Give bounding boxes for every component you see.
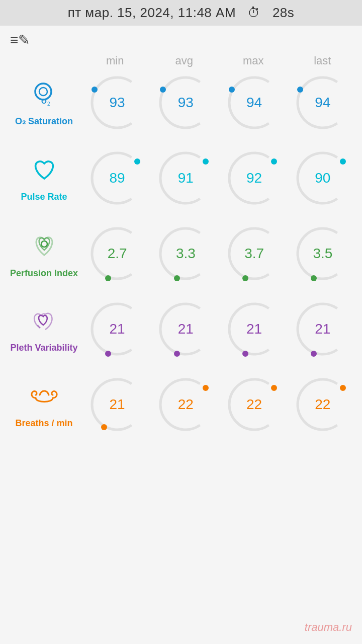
- perfusion-name: Perfusion Index: [10, 268, 78, 279]
- gauges-perfusion: 2.7 3.3 3.7 3.5: [83, 223, 357, 284]
- gauge-dot-o2-max: [229, 87, 235, 93]
- gauge-breaths-last: 22: [293, 374, 353, 435]
- gauge-value-o2-min: 93: [110, 95, 125, 111]
- metric-row-pleth: Pleth Variability 21 21 21 21: [5, 294, 357, 364]
- gauge-dot-breaths-last: [340, 385, 346, 391]
- gauge-perfusion-last: 3.5: [293, 223, 353, 284]
- gauge-dot-pleth-avg: [174, 351, 180, 357]
- column-headers: min avg max last: [80, 54, 362, 67]
- gauge-dot-breaths-avg: [203, 385, 209, 391]
- gauge-breaths-max: 22: [224, 374, 285, 435]
- metric-label-perfusion: Perfusion Index: [5, 229, 83, 279]
- metric-row-perfusion: Perfusion Index 2.7 3.3 3.7 3.5: [5, 218, 357, 289]
- metric-label-breaths: Breaths / min: [5, 381, 83, 429]
- gauge-value-pleth-min: 21: [110, 321, 125, 337]
- col-min: min: [80, 54, 150, 67]
- gauge-o2-max: 94: [224, 72, 285, 133]
- svg-point-1: [39, 88, 47, 96]
- metric-label-o2: O 2 O₂ Saturation: [5, 78, 83, 127]
- gauge-pleth-avg: 21: [155, 299, 216, 359]
- gauge-pleth-last: 21: [293, 299, 353, 359]
- pulse-icon: [29, 154, 59, 189]
- gauge-value-breaths-min: 21: [110, 396, 125, 413]
- status-date-time: пт мар. 15, 2024, 11:48 AM: [68, 5, 236, 20]
- col-max: max: [219, 54, 288, 67]
- svg-text:O: O: [41, 97, 47, 105]
- gauge-dot-pulse-max: [271, 158, 277, 165]
- gauge-dot-o2-min: [92, 87, 98, 93]
- gauge-dot-breaths-max: [271, 385, 277, 391]
- gauges-pulse: 89 91 92 90: [83, 148, 357, 208]
- gauge-pulse-last: 90: [293, 148, 353, 208]
- status-bar: пт мар. 15, 2024, 11:48 AM ⏱ 28s: [0, 0, 362, 26]
- gauge-dot-o2-last: [297, 87, 303, 93]
- col-last: last: [288, 54, 357, 67]
- gauge-value-breaths-max: 22: [246, 396, 262, 413]
- gauge-o2-avg: 93: [155, 72, 216, 133]
- gauge-value-perfusion-max: 3.7: [244, 246, 264, 262]
- gauge-dot-perfusion-avg: [174, 275, 180, 281]
- gauge-breaths-avg: 22: [155, 374, 216, 435]
- gauge-pulse-min: 89: [87, 148, 147, 208]
- gauge-o2-min: 93: [87, 72, 147, 133]
- gauge-perfusion-avg: 3.3: [155, 223, 216, 284]
- col-avg: avg: [150, 54, 219, 67]
- gauge-perfusion-max: 3.7: [224, 223, 285, 284]
- gauge-pulse-max: 92: [224, 148, 285, 208]
- metrics-container: O 2 O₂ Saturation 93 93 94: [0, 67, 362, 440]
- gauge-pulse-avg: 91: [155, 148, 216, 208]
- o2-name: O₂ Saturation: [15, 116, 73, 127]
- metric-row-o2: O 2 O₂ Saturation 93 93 94: [5, 67, 357, 138]
- breaths-icon: [27, 381, 62, 415]
- metric-row-breaths: Breaths / min 21 22 22 22: [5, 369, 357, 440]
- gauge-value-breaths-last: 22: [315, 396, 330, 413]
- gauge-value-perfusion-last: 3.5: [313, 246, 332, 262]
- gauges-o2: 93 93 94 94: [83, 72, 357, 133]
- gauge-dot-pulse-last: [340, 158, 346, 165]
- gauge-breaths-min: 21: [87, 374, 147, 435]
- metric-row-pulse: Pulse Rate 89 91 92 90: [5, 143, 357, 213]
- toolbar: ≡✎: [0, 26, 362, 54]
- gauge-value-breaths-avg: 22: [178, 396, 194, 413]
- gauge-value-pleth-avg: 21: [178, 321, 194, 337]
- gauge-value-o2-last: 94: [315, 95, 330, 111]
- svg-point-4: [41, 241, 47, 247]
- gauge-value-o2-avg: 93: [178, 95, 194, 111]
- gauge-dot-perfusion-last: [311, 275, 317, 281]
- gauge-value-o2-max: 94: [246, 95, 262, 111]
- gauge-value-pleth-max: 21: [246, 321, 262, 337]
- gauge-value-pulse-last: 90: [315, 170, 330, 186]
- svg-text:2: 2: [47, 101, 50, 107]
- o2-icon: O 2: [29, 78, 59, 113]
- metric-label-pulse: Pulse Rate: [5, 154, 83, 202]
- gauge-value-pleth-last: 21: [315, 321, 330, 337]
- watermark: trauma.ru: [305, 621, 352, 634]
- gauge-dot-pleth-last: [311, 351, 317, 357]
- gauge-dot-perfusion-max: [242, 275, 248, 281]
- gauge-value-pulse-max: 92: [246, 170, 262, 186]
- pulse-name: Pulse Rate: [21, 192, 67, 202]
- gauge-value-pulse-avg: 91: [178, 170, 194, 186]
- breaths-name: Breaths / min: [15, 418, 72, 429]
- gauge-perfusion-min: 2.7: [87, 223, 147, 284]
- metric-label-pleth: Pleth Variability: [5, 305, 83, 353]
- gauge-pleth-min: 21: [87, 299, 147, 359]
- gauges-pleth: 21 21 21 21: [83, 299, 357, 359]
- perfusion-icon: [28, 229, 60, 265]
- gauge-dot-pulse-avg: [203, 158, 209, 165]
- gauge-value-perfusion-avg: 3.3: [176, 246, 196, 262]
- pleth-icon: [29, 305, 59, 340]
- gauge-dot-pleth-max: [242, 351, 248, 357]
- gauge-o2-last: 94: [293, 72, 353, 133]
- gauge-value-pulse-min: 89: [110, 170, 125, 186]
- gauge-pleth-max: 21: [224, 299, 285, 359]
- pleth-name: Pleth Variability: [10, 343, 77, 353]
- gauge-value-perfusion-min: 2.7: [108, 246, 127, 262]
- timer-value: 28s: [273, 5, 294, 20]
- gauges-breaths: 21 22 22 22: [83, 374, 357, 435]
- timer-icon: ⏱: [247, 5, 261, 20]
- menu-edit-icon[interactable]: ≡✎: [10, 32, 30, 48]
- gauge-dot-pulse-min: [134, 158, 140, 165]
